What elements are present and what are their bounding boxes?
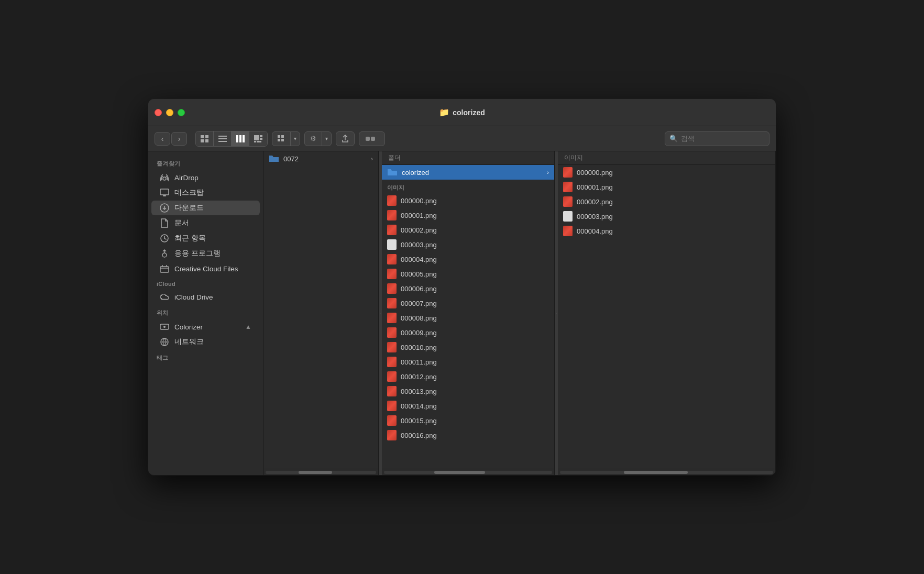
- col3-file-thumb-000002: [563, 196, 573, 207]
- col2-item-000014[interactable]: 000014.png: [382, 399, 554, 413]
- group-by-arrow[interactable]: ▾: [290, 132, 300, 146]
- airdrop-icon: [160, 173, 169, 182]
- svg-rect-23: [160, 189, 169, 195]
- back-button[interactable]: ‹: [155, 132, 170, 146]
- column-3: 이미지 000000.png 000001.png 000002.png: [558, 151, 776, 475]
- traffic-lights: [155, 109, 185, 116]
- tag-button[interactable]: [359, 131, 385, 146]
- col1-scrollbar-track[interactable]: [266, 471, 376, 474]
- file-thumb-000003: [387, 239, 397, 250]
- col2-item-000008[interactable]: 000008.png: [382, 311, 554, 325]
- view-list-button[interactable]: [214, 131, 232, 146]
- sidebar-item-network[interactable]: 네트워크: [151, 335, 260, 349]
- col3-item-000000[interactable]: 000000.png: [558, 165, 775, 180]
- action-arrow[interactable]: ▾: [322, 132, 331, 146]
- svg-rect-24: [163, 195, 166, 196]
- sidebar-item-documents[interactable]: 문서: [151, 216, 260, 230]
- col2-item-000016[interactable]: 000016.png: [382, 428, 554, 443]
- col3-file-thumb-000000: [563, 167, 573, 178]
- sidebar: 즐겨찾기 AirDrop: [148, 151, 263, 475]
- sidebar-item-downloads[interactable]: 다운로드: [151, 201, 260, 215]
- search-input[interactable]: [681, 135, 765, 142]
- action-main[interactable]: ⚙: [305, 132, 322, 146]
- col1-scrollbar-thumb[interactable]: [299, 471, 332, 474]
- forward-button[interactable]: ›: [171, 132, 187, 146]
- col3-file-thumb-000001: [563, 182, 573, 192]
- column-3-content: 000000.png 000001.png 000002.png 000003.…: [558, 165, 775, 469]
- finder-window: 📁 colorized ‹ ›: [148, 98, 776, 476]
- svg-rect-10: [254, 135, 259, 140]
- resize-handle-1[interactable]: · ·: [379, 151, 382, 475]
- col1-scrollbar[interactable]: [263, 469, 378, 475]
- col2-item-000007[interactable]: 000007.png: [382, 296, 554, 311]
- col2-item-colorized[interactable]: colorized ›: [382, 165, 554, 180]
- sidebar-item-creative-cloud[interactable]: Creative Cloud Files: [151, 261, 260, 276]
- col2-item-000013[interactable]: 000013.png: [382, 384, 554, 399]
- documents-icon: [160, 218, 169, 228]
- col2-item-label-000008: 000008.png: [401, 314, 437, 322]
- col2-item-label-000012: 000012.png: [401, 373, 437, 381]
- file-thumb-000006: [387, 283, 397, 294]
- sidebar-item-desktop[interactable]: 데스크탑: [151, 185, 260, 200]
- group-by-button[interactable]: ▾: [272, 131, 300, 146]
- svg-rect-7: [236, 135, 238, 142]
- close-button[interactable]: [155, 109, 162, 116]
- svg-rect-13: [254, 141, 256, 142]
- col2-item-000001[interactable]: 000001.png: [382, 208, 554, 223]
- col2-item-000011[interactable]: 000011.png: [382, 355, 554, 369]
- favorites-label: 즐겨찾기: [148, 156, 263, 170]
- resize-handle-2[interactable]: · ·: [555, 151, 558, 475]
- col2-item-000002[interactable]: 000002.png: [382, 223, 554, 237]
- folder-icon-colorized: [387, 167, 398, 178]
- col2-item-000010[interactable]: 000010.png: [382, 340, 554, 355]
- sidebar-item-applications[interactable]: 응용 프로그램: [151, 246, 260, 261]
- col1-item-0072[interactable]: 0072 ›: [263, 151, 378, 166]
- svg-rect-20: [366, 137, 370, 141]
- col3-item-000002[interactable]: 000002.png: [558, 194, 775, 209]
- titlebar: 📁 colorized: [148, 99, 776, 126]
- file-thumb-000005: [387, 269, 397, 279]
- col2-item-000015[interactable]: 000015.png: [382, 413, 554, 428]
- maximize-button[interactable]: [178, 109, 185, 116]
- col3-scrollbar-thumb[interactable]: [624, 471, 688, 474]
- sidebar-item-airdrop[interactable]: AirDrop: [151, 170, 260, 185]
- col2-item-000006[interactable]: 000006.png: [382, 281, 554, 296]
- file-thumb-000010: [387, 342, 397, 352]
- col2-item-000005[interactable]: 000005.png: [382, 267, 554, 281]
- back-icon: ‹: [161, 135, 164, 143]
- col2-scrollbar-track[interactable]: [384, 471, 552, 474]
- gear-icon: ⚙: [310, 135, 316, 142]
- col2-item-000004[interactable]: 000004.png: [382, 252, 554, 267]
- col2-scrollbar-thumb[interactable]: [434, 471, 485, 474]
- share-button[interactable]: [336, 131, 355, 146]
- search-box[interactable]: 🔍: [665, 131, 769, 146]
- col2-item-000003[interactable]: 000003.png: [382, 237, 554, 252]
- view-buttons: [195, 131, 268, 147]
- col2-item-000012[interactable]: 000012.png: [382, 369, 554, 384]
- group-by-main[interactable]: [272, 132, 290, 146]
- col2-item-000009[interactable]: 000009.png: [382, 325, 554, 340]
- col3-scrollbar[interactable]: [558, 469, 775, 475]
- col3-file-thumb-000003: [563, 211, 573, 222]
- file-thumb-000008: [387, 313, 397, 323]
- sidebar-item-recents[interactable]: 최근 항목: [151, 231, 260, 246]
- file-thumb-000013: [387, 386, 397, 396]
- action-button[interactable]: ⚙ ▾: [304, 131, 332, 146]
- minimize-button[interactable]: [166, 109, 173, 116]
- col2-item-label-000016: 000016.png: [401, 432, 437, 439]
- sidebar-item-colorizer[interactable]: Colorizer ▲: [151, 319, 260, 334]
- browser-area: 0072 › · · 폴더: [263, 151, 776, 475]
- view-icon-button[interactable]: [196, 131, 214, 146]
- view-column-button[interactable]: [232, 131, 249, 146]
- col3-item-000001[interactable]: 000001.png: [558, 180, 775, 194]
- col2-scrollbar[interactable]: [382, 469, 554, 475]
- view-gallery-button[interactable]: [249, 131, 267, 146]
- eject-icon[interactable]: ▲: [245, 323, 251, 330]
- col3-scrollbar-track[interactable]: [560, 471, 773, 474]
- col3-item-000004[interactable]: 000004.png: [558, 224, 775, 238]
- sidebar-item-icloud-drive[interactable]: iCloud Drive: [151, 290, 260, 304]
- column-2-content: colorized › 이미지 000000.png 000001.png: [382, 165, 554, 469]
- col3-item-000003[interactable]: 000003.png: [558, 209, 775, 224]
- col2-item-000000[interactable]: 000000.png: [382, 193, 554, 208]
- toolbar: ‹ › ▾: [148, 126, 776, 151]
